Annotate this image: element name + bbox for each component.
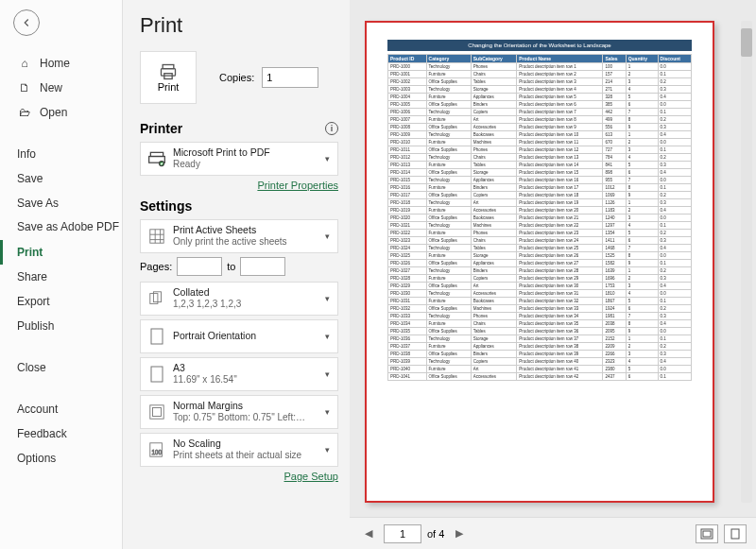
svg-rect-1 bbox=[162, 69, 176, 77]
show-margins-button[interactable] bbox=[696, 524, 718, 543]
nav-publish[interactable]: Publish bbox=[0, 314, 122, 338]
svg-text:100: 100 bbox=[152, 449, 163, 455]
chevron-down-icon: ▾ bbox=[325, 294, 334, 303]
svg-rect-17 bbox=[731, 529, 739, 539]
nav-save-adobe[interactable]: Save as Adobe PDF bbox=[0, 215, 122, 240]
svg-rect-9 bbox=[151, 329, 163, 344]
pages-label: Pages: bbox=[140, 261, 172, 272]
chevron-down-icon: ▾ bbox=[325, 445, 334, 455]
chevron-down-icon: ▾ bbox=[325, 332, 334, 341]
printer-heading: Printer bbox=[140, 121, 182, 136]
svg-rect-10 bbox=[151, 367, 163, 382]
home-icon: ⌂ bbox=[17, 57, 32, 70]
printer-device-icon bbox=[146, 148, 167, 169]
collate-icon bbox=[146, 288, 167, 309]
scaling-icon: 100 bbox=[146, 439, 167, 460]
copies-input[interactable] bbox=[262, 67, 318, 88]
chevron-down-icon: ▾ bbox=[325, 407, 334, 417]
nav-feedback[interactable]: Feedback bbox=[0, 421, 122, 446]
print-what-select[interactable]: Print Active SheetsOnly print the active… bbox=[140, 219, 338, 253]
open-icon: 🗁 bbox=[17, 106, 32, 119]
svg-rect-11 bbox=[150, 405, 163, 419]
nav-share[interactable]: Share bbox=[0, 265, 122, 289]
back-button[interactable] bbox=[13, 9, 40, 36]
zoom-to-page-button[interactable] bbox=[724, 524, 747, 543]
copies-label: Copies: bbox=[219, 72, 254, 83]
info-icon[interactable]: i bbox=[325, 122, 338, 135]
svg-rect-12 bbox=[153, 408, 162, 417]
nav-print[interactable]: Print bbox=[0, 240, 122, 265]
page-icon bbox=[146, 364, 167, 385]
nav-open[interactable]: 🗁Open bbox=[0, 100, 122, 125]
chevron-down-icon: ▾ bbox=[325, 232, 334, 241]
nav-options[interactable]: Options bbox=[0, 446, 122, 471]
preview-table: Product IDCategorySubCategoryProduct Nam… bbox=[387, 54, 692, 381]
new-icon: 🗋 bbox=[17, 81, 32, 94]
settings-heading: Settings bbox=[140, 198, 192, 214]
margins-icon bbox=[146, 402, 167, 422]
page-total-label: of 4 bbox=[427, 528, 444, 540]
print-preview: Changing the Orientation of the Workshee… bbox=[365, 21, 714, 503]
orientation-select[interactable]: Portrait Orientation ▾ bbox=[140, 319, 338, 353]
sheet-icon bbox=[146, 226, 167, 247]
printer-select[interactable]: Microsoft Print to PDFReady ▾ bbox=[140, 142, 338, 176]
page-number-input[interactable] bbox=[384, 524, 421, 543]
paper-size-select[interactable]: A311.69" x 16.54" ▾ bbox=[140, 357, 338, 391]
nav-new[interactable]: 🗋New bbox=[0, 76, 122, 100]
preview-scrollbar[interactable] bbox=[741, 21, 752, 503]
next-page-button[interactable]: ▶ bbox=[450, 524, 469, 543]
portrait-icon bbox=[146, 326, 167, 347]
print-button[interactable]: Print bbox=[140, 51, 197, 104]
svg-rect-16 bbox=[703, 531, 711, 537]
scaling-select[interactable]: 100 No ScalingPrint sheets at their actu… bbox=[140, 433, 338, 467]
chevron-down-icon: ▾ bbox=[325, 154, 334, 163]
nav-home[interactable]: ⌂Home bbox=[0, 51, 122, 76]
nav-saveas[interactable]: Save As bbox=[0, 191, 122, 215]
pages-from-input[interactable] bbox=[177, 257, 222, 276]
nav-close[interactable]: Close bbox=[0, 355, 122, 380]
page-title: Print bbox=[140, 13, 338, 38]
printer-icon bbox=[158, 62, 179, 81]
prev-page-button[interactable]: ◀ bbox=[359, 524, 378, 543]
svg-rect-6 bbox=[150, 230, 163, 243]
collate-select[interactable]: Collated1,2,3 1,2,3 1,2,3 ▾ bbox=[140, 282, 338, 316]
nav-export[interactable]: Export bbox=[0, 289, 122, 314]
nav-account[interactable]: Account bbox=[0, 397, 122, 421]
chevron-down-icon: ▾ bbox=[325, 369, 334, 379]
margins-select[interactable]: Normal MarginsTop: 0.75" Bottom: 0.75" L… bbox=[140, 395, 338, 429]
page-setup-link[interactable]: Page Setup bbox=[140, 471, 338, 482]
nav-save[interactable]: Save bbox=[0, 166, 122, 191]
nav-info[interactable]: Info bbox=[0, 142, 122, 166]
pages-to-input[interactable] bbox=[240, 257, 285, 276]
printer-properties-link[interactable]: Printer Properties bbox=[140, 180, 338, 191]
